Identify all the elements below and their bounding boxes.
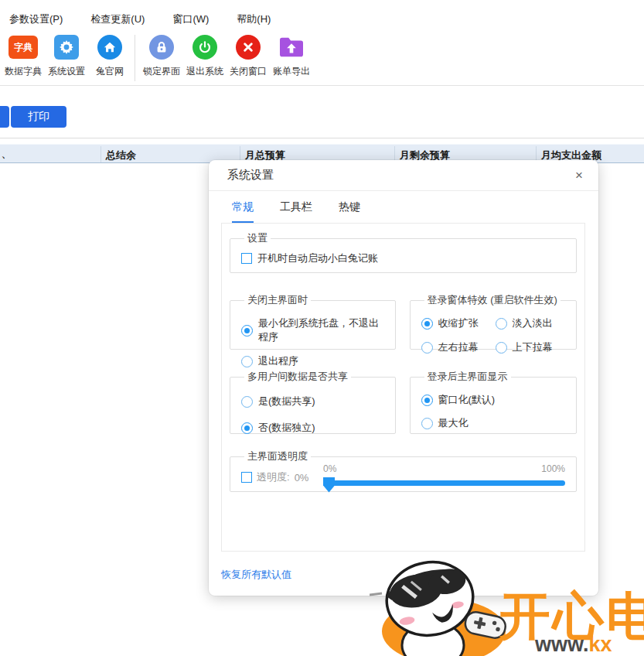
checkbox-icon <box>241 253 252 264</box>
checkbox-label: 开机时自动启动小白兔记账 <box>257 251 378 265</box>
dialog-header: 系统设置 × <box>209 160 598 191</box>
radio-effect-horizontal-curtain[interactable]: 左右拉幕 <box>421 340 496 354</box>
toolbar-button-data-dictionary[interactable]: 字典 数据字典 <box>2 34 45 78</box>
toolbar-divider <box>0 85 644 86</box>
dialog-tabs: 常规 工具栏 热键 <box>209 191 598 223</box>
radio-windowed[interactable]: 窗口化(默认) <box>421 393 567 407</box>
radio-icon <box>421 395 433 406</box>
tab-toolbar[interactable]: 工具栏 <box>280 200 312 223</box>
radio-label: 左右拉幕 <box>438 340 479 354</box>
group-main-display: 登录后主界面显示 窗口化(默认) 最大化 <box>410 370 577 434</box>
radio-icon <box>241 325 253 337</box>
close-icon[interactable]: × <box>575 169 583 182</box>
radio-icon <box>421 318 433 330</box>
radio-exit-program[interactable]: 退出程序 <box>241 354 386 368</box>
radio-label: 收缩扩张 <box>438 316 479 330</box>
radio-icon <box>496 318 507 330</box>
mascot-body <box>402 622 464 656</box>
transparency-value: 0% <box>295 472 309 483</box>
toolbar-button-lock-screen[interactable]: 锁定界面 <box>140 34 183 78</box>
radio-label: 淡入淡出 <box>513 316 553 330</box>
tab-hotkeys[interactable]: 热键 <box>339 200 360 223</box>
radio-label: 窗口化(默认) <box>438 393 496 407</box>
game-controller-icon <box>463 610 507 640</box>
group-multi-user-share: 多用户间数据是否共享 是(数据共享) 否(数据独立) <box>230 370 396 434</box>
power-icon <box>193 34 217 60</box>
slider-min-label: 0% <box>323 463 336 474</box>
group-legend: 设置 <box>244 231 271 245</box>
toolbar-label: 关闭窗口 <box>230 65 267 78</box>
menu-item-parameters[interactable]: 参数设置(P) <box>8 11 64 28</box>
print-button[interactable]: 打印 <box>11 106 66 128</box>
slider-track[interactable] <box>329 480 565 486</box>
tab-general[interactable]: 常规 <box>232 200 254 223</box>
watermark-brand-text: 开心电 <box>499 587 644 644</box>
dialog-footer: 恢复所有默认值 <box>221 567 598 582</box>
group-transparency: 主界面透明度 透明度: 0% 0% 100% <box>230 449 577 492</box>
svg-text:www.kx: www.kx <box>534 633 612 656</box>
watermark-url-prefix: www. <box>534 633 589 656</box>
menu-item-window[interactable]: 窗口(W) <box>171 11 210 28</box>
slider-max-label: 100% <box>541 463 565 474</box>
group-settings: 设置 开机时自动启动小白兔记账 <box>230 231 577 273</box>
toolbar-button-close-window[interactable]: 关闭窗口 <box>227 34 270 78</box>
checkbox-autostart[interactable]: 开机时自动启动小白兔记账 <box>241 251 567 265</box>
checkbox-transparency[interactable]: 透明度: 0% <box>241 470 323 484</box>
radio-label: 退出程序 <box>258 354 298 368</box>
toolbar-button-system-settings[interactable]: 系统设置 <box>45 34 88 78</box>
radio-maximized[interactable]: 最大化 <box>421 416 567 430</box>
toolbar-label: 兔官网 <box>96 65 124 78</box>
radio-icon <box>241 422 253 434</box>
toolbar-button-export-bills[interactable]: 账单导出 <box>270 34 313 78</box>
tab-content-panel: 设置 开机时自动启动小白兔记账 关闭主界面时 最小化到系统托盘，不退出程序 退出… <box>221 223 585 552</box>
menu-item-check-update[interactable]: 检查更新(U) <box>89 11 146 28</box>
gear-icon <box>54 34 79 60</box>
radio-effect-shrink-expand[interactable]: 收缩扩张 <box>421 316 496 330</box>
dialog-title: 系统设置 <box>227 168 274 183</box>
menu-bar: 参数设置(P) 检查更新(U) 窗口(W) 帮助(H) <box>8 11 272 28</box>
radio-minimize-to-tray[interactable]: 最小化到系统托盘，不退出程序 <box>241 316 386 344</box>
toolbar-label: 系统设置 <box>48 65 85 78</box>
radio-label: 最小化到系统托盘，不退出程序 <box>258 316 386 344</box>
toolbar-button-exit-system[interactable]: 退出系统 <box>183 34 227 78</box>
menu-item-help[interactable]: 帮助(H) <box>235 11 272 28</box>
group-close-behavior: 关闭主界面时 最小化到系统托盘，不退出程序 退出程序 <box>230 293 396 350</box>
table-header-partial-text: 、 <box>2 148 11 161</box>
radio-effect-fade[interactable]: 淡入淡出 <box>496 316 567 330</box>
slider-area: 0% 100% <box>323 463 567 492</box>
folder-export-icon <box>278 34 305 60</box>
toolbar-separator <box>135 35 135 81</box>
system-settings-dialog: 系统设置 × 常规 工具栏 热键 设置 开机时自动启动小白兔记账 关闭主界面时 … <box>209 160 598 596</box>
radio-icon <box>421 418 433 429</box>
dictionary-icon: 字典 <box>9 34 38 60</box>
restore-defaults-link[interactable]: 恢复所有默认值 <box>221 569 291 580</box>
checkbox-label: 透明度: <box>257 470 290 484</box>
home-icon <box>97 34 122 60</box>
column-header-total-balance[interactable]: 总结余 <box>106 149 136 162</box>
group-login-effect: 登录窗体特效 (重启软件生效) 收缩扩张 淡入淡出 左右拉幕 <box>410 293 577 350</box>
toolbar-label: 账单导出 <box>273 65 310 78</box>
slider-handle[interactable] <box>323 477 335 493</box>
radio-label: 最大化 <box>438 416 469 430</box>
toolbar: 字典 数据字典 系统设置 兔官网 锁定界面 <box>2 34 313 81</box>
radio-icon <box>421 342 433 354</box>
group-legend: 登录窗体特效 (重启软件生效) <box>424 293 561 307</box>
radio-share-yes[interactable]: 是(数据共享) <box>241 395 386 408</box>
transparency-slider[interactable] <box>323 477 565 492</box>
checkbox-icon <box>241 472 252 483</box>
group-legend: 关闭主界面时 <box>244 293 311 307</box>
mascot-orange-blob <box>382 599 506 656</box>
close-circle-icon <box>236 34 261 60</box>
radio-effect-vertical-curtain[interactable]: 上下拉幕 <box>496 340 567 354</box>
radio-icon <box>241 396 253 408</box>
lock-icon <box>149 34 174 60</box>
group-legend: 主界面透明度 <box>244 449 311 463</box>
radio-share-no[interactable]: 否(数据独立) <box>241 421 386 435</box>
watermark-url-highlight: kx <box>589 633 612 656</box>
toolbar-label: 退出系统 <box>186 65 223 78</box>
radio-icon <box>241 356 253 367</box>
toolbar-button-official-site[interactable]: 兔官网 <box>88 34 131 78</box>
radio-label: 否(数据独立) <box>258 421 315 435</box>
group-legend: 登录后主界面显示 <box>424 370 511 384</box>
partial-button-left[interactable] <box>0 106 9 128</box>
